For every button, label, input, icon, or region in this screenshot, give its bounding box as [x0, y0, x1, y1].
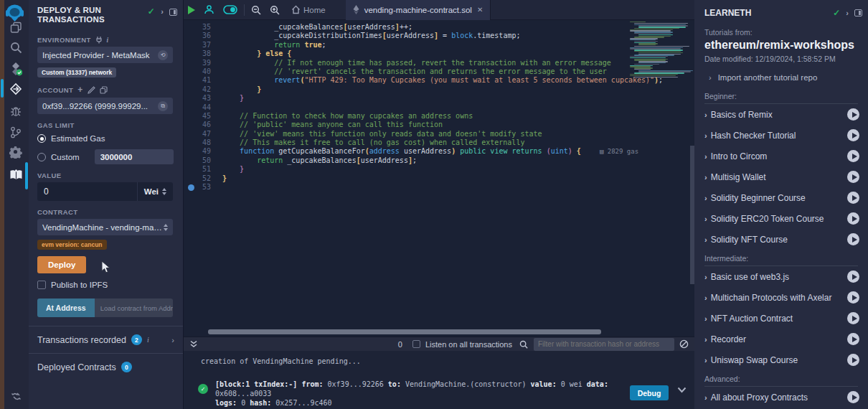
tutorial-item[interactable]: ›Uniswap Swap Course — [694, 349, 868, 370]
estimated-gas-option[interactable]: Estimated Gas — [37, 134, 174, 143]
tutorial-item[interactable]: ›Multisig Wallet — [694, 166, 868, 187]
search-icon[interactable] — [7, 39, 24, 56]
custom-gas-option[interactable]: Custom — [37, 149, 174, 164]
transactions-recorded-row[interactable]: Transactions recorded 2 i › — [29, 326, 183, 353]
debugger-icon[interactable] — [7, 102, 24, 119]
account-copy-icon[interactable]: ⧉ — [158, 101, 168, 111]
plug-icon[interactable] — [95, 36, 103, 44]
tutorial-expand-icon[interactable]: › — [704, 152, 707, 161]
listen-all-checkbox[interactable] — [412, 340, 420, 348]
tutorial-expand-icon[interactable]: › — [704, 356, 707, 365]
tutorial-play-button[interactable] — [847, 150, 859, 162]
contract-select[interactable]: VendingMachine - vending-machin — [37, 219, 173, 235]
code-line[interactable]: 53 — [184, 183, 663, 192]
clear-console-icon[interactable] — [679, 339, 689, 349]
zoom-in-icon[interactable] — [265, 0, 284, 20]
git-branch-icon[interactable] — [7, 123, 24, 141]
tutorial-play-button[interactable] — [847, 108, 859, 121]
deploy-button[interactable]: Deploy — [37, 256, 86, 273]
code-line[interactable]: 40 // 'revert' cancels the transaction a… — [184, 67, 663, 76]
tutorial-play-button[interactable] — [847, 171, 859, 183]
file-tab[interactable]: vending-machine-contract.sol ✕ — [346, 0, 491, 20]
tutorial-expand-icon[interactable]: › — [704, 314, 707, 323]
transactions-info-icon[interactable]: i — [147, 336, 149, 344]
plugin-connector-icon[interactable] — [7, 387, 24, 405]
tutorial-item[interactable]: ›Basics of Remix — [694, 104, 868, 125]
deployed-contracts-row[interactable]: Deployed Contracts 0 — [29, 354, 183, 380]
tutorial-item[interactable]: ›Solidity ERC20 Token Course — [694, 208, 868, 229]
tab-close-icon[interactable]: ✕ — [477, 6, 483, 14]
tutorial-expand-icon[interactable]: › — [704, 131, 707, 140]
estimated-gas-radio[interactable] — [37, 134, 46, 143]
transaction-log-entry[interactable]: ✓ [block:1 txIndex:-] from: 0xf39...9226… — [198, 380, 610, 408]
terminal-filter[interactable] — [534, 338, 674, 351]
tutorial-item[interactable]: ›Basic use of web3.js — [694, 266, 868, 287]
copy-address-icon[interactable] — [100, 86, 108, 94]
code-line[interactable]: 42 } — [184, 85, 663, 94]
custom-gas-radio[interactable] — [37, 153, 46, 161]
zoom-out-icon[interactable] — [247, 0, 265, 20]
code-line[interactable]: 37 return true; — [184, 41, 663, 50]
deploy-run-icon[interactable] — [7, 80, 24, 98]
publish-ipfs-option[interactable]: Publish to IPFS — [37, 281, 174, 289]
unit-stepper-icon[interactable] — [162, 188, 166, 195]
environment-info-icon[interactable]: i — [107, 37, 109, 44]
tutorial-expand-icon[interactable]: › — [704, 194, 707, 202]
import-repo-row[interactable]: › Import another tutorial repo — [709, 73, 868, 82]
tutorial-expand-icon[interactable]: › — [704, 293, 707, 302]
at-address-input[interactable]: Load contract from Addres — [95, 298, 173, 317]
debug-button[interactable]: Debug — [630, 385, 669, 400]
learneth-book-icon[interactable] — [7, 166, 24, 184]
settings-gear-icon[interactable] — [7, 144, 24, 161]
solidity-compiler-icon[interactable] — [7, 60, 24, 77]
remixai-assistant-icon[interactable] — [199, 0, 219, 20]
editor-horizontal-scrollbar[interactable] — [208, 329, 601, 334]
tutorial-expand-icon[interactable]: › — [704, 273, 707, 281]
publish-ipfs-checkbox[interactable] — [37, 281, 46, 289]
code-line[interactable]: 45 // Function to check how many cupcake… — [184, 112, 663, 121]
contract-stepper-icon[interactable] — [164, 224, 168, 231]
tutorial-expand-icon[interactable]: › — [704, 235, 707, 244]
code-line[interactable]: 41 revert("HTTP 429: Too Many Cupcakes (… — [184, 76, 663, 85]
code-line[interactable]: 48 // This makes it free to call (no gas… — [184, 138, 663, 147]
at-address-button[interactable]: At Address — [37, 298, 95, 317]
code-line[interactable]: 44 — [184, 103, 663, 112]
learneth-expand-icon[interactable]: › — [846, 9, 849, 17]
code-line[interactable]: 36 _cupcakeDistributionTimes[userAddress… — [184, 32, 663, 40]
tutorial-play-button[interactable] — [847, 354, 859, 366]
terminal-collapse-icon[interactable] — [189, 340, 198, 348]
panel-pin-icon[interactable] — [169, 9, 177, 16]
copilot-toggle-icon[interactable] — [219, 0, 242, 20]
code-line[interactable]: 49 function getCupcakeBalanceFor(address… — [184, 147, 663, 156]
breakpoint-icon[interactable] — [188, 184, 194, 191]
file-explorer-icon[interactable] — [7, 19, 24, 36]
tutorial-item[interactable]: ›Hash Checker Tutorial — [694, 125, 868, 146]
environment-select[interactable]: Injected Provider - MetaMask ⟲ — [37, 47, 173, 63]
tutorial-item[interactable]: ›Solidity Beginner Course — [694, 187, 868, 208]
run-script-icon[interactable] — [184, 0, 199, 20]
value-input[interactable] — [37, 187, 137, 197]
tx-expand-icon[interactable] — [677, 387, 687, 393]
code-line[interactable]: 39 // If not enough time has passed, rev… — [184, 59, 663, 67]
tutorial-play-button[interactable] — [847, 212, 859, 225]
tutorial-expand-icon[interactable]: › — [704, 215, 707, 223]
tutorial-expand-icon[interactable]: › — [704, 111, 707, 119]
home-tab[interactable]: Home — [284, 0, 330, 20]
environment-status-icon[interactable]: ⟲ — [158, 50, 168, 60]
code-editor[interactable]: 35 _cupcakeBalances[userAddress]++;36 _c… — [184, 20, 694, 349]
editor-minimap[interactable] — [630, 22, 686, 100]
add-account-icon[interactable]: + — [77, 85, 82, 95]
tutorial-play-button[interactable] — [847, 233, 859, 245]
code-line[interactable]: 35 _cupcakeBalances[userAddress]++; — [184, 23, 663, 32]
custom-gas-input[interactable] — [95, 149, 174, 164]
tutorial-play-button[interactable] — [847, 129, 859, 141]
panel-expand-icon[interactable]: › — [161, 7, 164, 17]
code-line[interactable]: 38 } else { — [184, 50, 663, 58]
tutorial-expand-icon[interactable]: › — [704, 393, 707, 402]
tutorial-item[interactable]: ›Solidity NFT Course — [694, 229, 868, 250]
tutorial-item[interactable]: ›Intro to Circom — [694, 146, 868, 166]
tutorial-expand-icon[interactable]: › — [704, 335, 707, 344]
code-line[interactable]: 43 } — [184, 94, 663, 103]
sign-message-icon[interactable] — [88, 86, 95, 94]
tutorial-play-button[interactable] — [847, 291, 859, 304]
